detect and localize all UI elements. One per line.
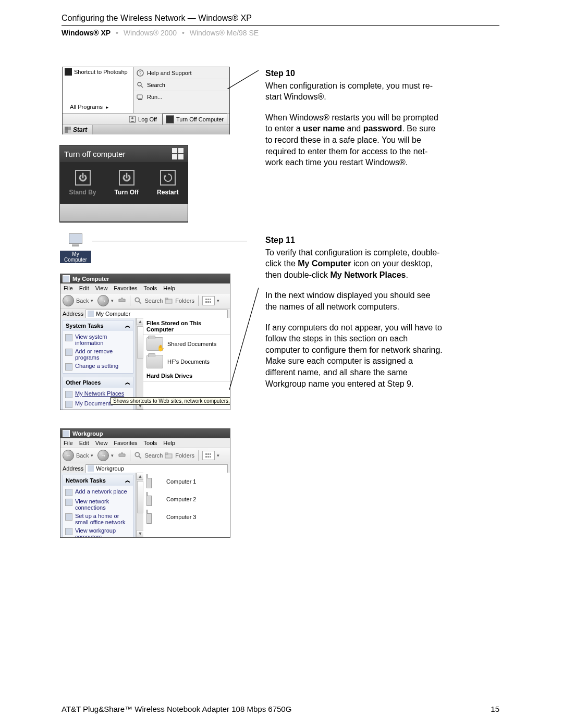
connector-line-1	[227, 70, 259, 89]
views-button[interactable]	[202, 296, 215, 305]
item-hf-documents[interactable]: HF's Documents	[143, 353, 230, 371]
step-11-p1: To verify that configuration is complete…	[265, 247, 443, 281]
folders-button[interactable]: Folders	[175, 298, 194, 304]
search-button[interactable]: Search	[144, 298, 163, 304]
task-view-workgroup[interactable]: View workgroup computers	[65, 526, 131, 537]
menu-favorites[interactable]: Favorites	[114, 440, 137, 446]
task-add-remove-programs[interactable]: Add or remove programs	[65, 347, 131, 362]
start-all-programs[interactable]: All Programs	[70, 104, 108, 110]
scrollbar[interactable]: ▲ ▼	[136, 318, 144, 410]
turn-off-button[interactable]: ⏻ Turn Off	[115, 170, 139, 196]
up-button[interactable]	[118, 297, 126, 305]
svg-line-20	[229, 288, 259, 390]
folders-button[interactable]: Folders	[175, 452, 194, 459]
task-change-setting[interactable]: Change a setting	[65, 362, 131, 372]
start-help[interactable]: ? Help and Support	[133, 67, 229, 79]
window-icon	[63, 430, 70, 437]
item-computer-3[interactable]: Computer 3	[143, 508, 230, 526]
views-dropdown[interactable]: ▾	[217, 298, 219, 303]
start-run[interactable]: Run...	[133, 91, 229, 103]
views-button[interactable]	[202, 451, 215, 460]
folders-icon	[165, 451, 173, 460]
menu-file[interactable]: File	[64, 440, 73, 446]
forward-dropdown[interactable]: ▾	[111, 298, 114, 303]
menu-help[interactable]: Help	[163, 440, 175, 446]
folder-icon: ✋	[146, 337, 163, 351]
link-shared-documents[interactable]: Shared Documents	[65, 409, 131, 410]
turn-off-footer	[60, 204, 188, 221]
svg-point-7	[131, 117, 133, 119]
menu-edit[interactable]: Edit	[79, 285, 89, 291]
chevron-up-icon[interactable]: ︽	[125, 322, 130, 329]
logoff-icon	[129, 116, 136, 123]
svg-rect-16	[210, 299, 211, 300]
back-dropdown[interactable]: ▾	[91, 298, 93, 303]
address-field[interactable]: Workgroup	[85, 464, 228, 473]
address-value: Workgroup	[96, 465, 124, 472]
toolbar: ← Back ▾ → ▾ Search Folders ▾	[60, 293, 230, 309]
start-turnoff[interactable]: Turn Off Computer	[162, 114, 227, 125]
menu-view[interactable]: View	[95, 440, 108, 446]
back-button[interactable]: ←	[63, 450, 74, 461]
menu-edit[interactable]: Edit	[79, 440, 89, 446]
start-menu-bottom: Log Off Turn Off Computer	[63, 113, 229, 125]
forward-dropdown[interactable]: ▾	[111, 453, 114, 458]
start-button[interactable]: Start	[63, 125, 93, 134]
task-view-system-info[interactable]: View system information	[65, 332, 131, 347]
forward-button[interactable]: →	[97, 450, 109, 461]
up-button[interactable]	[118, 451, 126, 460]
chevron-up-icon[interactable]: ︽	[125, 477, 130, 484]
svg-point-10	[136, 298, 140, 302]
scroll-up[interactable]: ▲	[137, 473, 144, 480]
svg-rect-29	[207, 456, 209, 458]
step-10-heading: Step 10	[265, 68, 443, 79]
step-10-p2: When Windows® restarts you will be promp…	[265, 112, 443, 168]
header-rule	[62, 25, 499, 26]
power-icon	[166, 115, 174, 124]
task-view-connections[interactable]: View network connections	[65, 497, 131, 512]
scroll-thumb[interactable]	[137, 481, 143, 513]
menu-tools[interactable]: Tools	[144, 440, 157, 446]
item-shared-documents[interactable]: ✋ Shared Documents	[143, 335, 230, 353]
views-dropdown[interactable]: ▾	[217, 453, 219, 458]
my-computer-desktop-icon[interactable]: My Computer	[60, 233, 91, 263]
menu-favorites[interactable]: Favorites	[114, 285, 137, 291]
task-add-network-place[interactable]: Add a network place	[65, 487, 131, 497]
menu-tools[interactable]: Tools	[144, 285, 157, 291]
start-search[interactable]: Search	[133, 79, 229, 91]
forward-button[interactable]: →	[97, 295, 109, 306]
item-computer-1[interactable]: Computer 1	[143, 473, 230, 490]
address-field[interactable]: My Computer	[85, 310, 228, 318]
start-logoff[interactable]: Log Off	[126, 115, 160, 124]
svg-rect-25	[205, 453, 207, 455]
svg-rect-19	[210, 301, 211, 303]
restart-button[interactable]: Restart	[157, 170, 178, 196]
page-title: Configuring the Wireless Network — Windo…	[62, 14, 499, 23]
scroll-down[interactable]: ▼	[137, 530, 144, 537]
standby-button[interactable]: ⏻ Stand By	[69, 170, 96, 196]
address-icon	[88, 465, 94, 472]
search-button[interactable]: Search	[144, 452, 163, 459]
menu-help[interactable]: Help	[163, 285, 175, 291]
tab-2000: Windows® 2000	[124, 29, 177, 37]
chevron-up-icon[interactable]: ︽	[125, 379, 130, 386]
menu-file[interactable]: File	[64, 285, 73, 291]
scrollbar[interactable]: ▲ ▼	[136, 473, 144, 537]
svg-line-3	[141, 85, 143, 88]
computer-icon	[146, 492, 162, 506]
menu-view[interactable]: View	[95, 285, 108, 291]
scroll-thumb[interactable]	[137, 326, 143, 359]
scroll-up[interactable]: ▲	[137, 318, 144, 325]
back-dropdown[interactable]: ▾	[91, 453, 93, 458]
start-menu-right: ? Help and Support Search Run...	[133, 67, 229, 113]
step-11-p2: In the next window displayed you should …	[265, 290, 443, 312]
computer-icon	[146, 475, 162, 488]
task-setup-network[interactable]: Set up a home or small office network	[65, 512, 131, 526]
start-shortcut-photoshop[interactable]: Shortcut to Photoshp	[63, 67, 133, 77]
folders-icon	[165, 297, 173, 305]
back-button[interactable]: ←	[63, 295, 74, 306]
item-computer-2[interactable]: Computer 2	[143, 490, 230, 508]
tasks-pane: System Tasks ︽ View system information A…	[60, 318, 136, 410]
start-shortcut-label: Shortcut to Photoshp	[74, 69, 128, 75]
svg-rect-24	[165, 453, 168, 454]
